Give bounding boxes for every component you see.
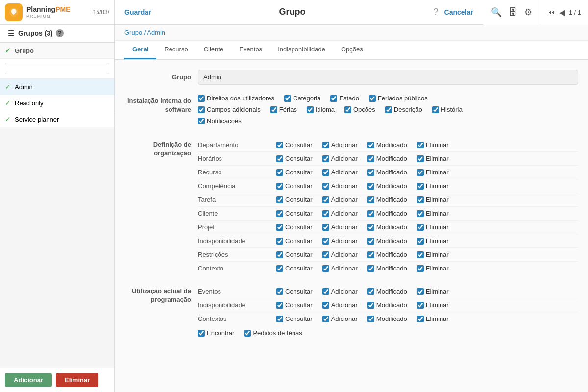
first-page-btn[interactable]: ⏮ <box>545 7 557 18</box>
perm-check-modificado[interactable]: Modificado <box>368 182 407 190</box>
cb-historia[interactable]: História <box>432 106 463 113</box>
cb-direitos[interactable]: Direitos dos utilizadores <box>198 95 274 102</box>
cb-descricao[interactable]: Descrição <box>385 106 422 113</box>
perm-check-adicionar[interactable]: Adicionar <box>322 182 358 190</box>
perm-check-modificado[interactable]: Modificado <box>368 196 407 203</box>
cb-pedidos[interactable]: Pedidos de férias <box>244 329 302 337</box>
perm-check-adicionar[interactable]: Adicionar <box>322 301 358 309</box>
perm-check-eliminar[interactable]: Eliminar <box>417 301 449 309</box>
perm-check-eliminar[interactable]: Eliminar <box>417 251 449 258</box>
perm-check-eliminar[interactable]: Eliminar <box>417 210 449 217</box>
sidebar-item-admin[interactable]: ✓ Admin <box>0 79 114 95</box>
groups-help-icon[interactable]: ? <box>56 29 64 37</box>
cb-feriados[interactable]: Feriados públicos <box>369 95 428 102</box>
perm-check-eliminar[interactable]: Eliminar <box>417 155 449 162</box>
save-button[interactable]: Guardar <box>124 8 151 16</box>
settings-icon-btn[interactable]: ⚙ <box>524 7 532 18</box>
cb-estado[interactable]: Estado <box>330 95 359 102</box>
sidebar-search-input[interactable] <box>5 63 109 74</box>
perm-check-consultar[interactable]: Consultar <box>276 182 313 190</box>
perm-check-eliminar[interactable]: Eliminar <box>417 223 449 231</box>
tab-eventos[interactable]: Eventos <box>231 41 270 59</box>
cb-notificacoes[interactable]: Notificações <box>198 117 242 124</box>
cb-campos[interactable]: Campos adicionais <box>198 106 261 113</box>
perm-check-eliminar[interactable]: Eliminar <box>417 182 449 190</box>
grupo-field-row: Grupo <box>124 70 578 85</box>
tab-recurso[interactable]: Recurso <box>156 41 196 59</box>
perm-check-modificado[interactable]: Modificado <box>368 155 407 162</box>
perm-check-adicionar[interactable]: Adicionar <box>322 210 358 217</box>
dialog-content: Grupo Instalação interna do software Dir… <box>115 60 588 392</box>
perm-check-modificado[interactable]: Modificado <box>368 288 407 295</box>
row-name: Indisponibilidade <box>198 237 276 245</box>
database-icon-btn[interactable]: 🗄 <box>509 7 517 18</box>
cb-idioma[interactable]: Idioma <box>307 106 335 113</box>
tab-cliente[interactable]: Cliente <box>196 41 231 59</box>
perm-check-consultar[interactable]: Consultar <box>276 210 313 217</box>
perm-check-adicionar[interactable]: Adicionar <box>322 141 358 148</box>
perm-check-adicionar[interactable]: Adicionar <box>322 223 358 231</box>
cb-encontrar[interactable]: Encontrar <box>198 329 234 337</box>
perm-check-consultar[interactable]: Consultar <box>276 288 313 295</box>
perm-check-consultar[interactable]: Consultar <box>276 169 313 176</box>
perm-check-eliminar[interactable]: Eliminar <box>417 288 449 295</box>
check-icon-serviceplanner: ✓ <box>5 115 11 123</box>
perm-check-modificado[interactable]: Modificado <box>368 237 407 245</box>
perm-check-consultar[interactable]: Consultar <box>276 155 313 162</box>
table-row: DepartamentoConsultarAdicionarModificado… <box>198 138 578 152</box>
cb-ferias[interactable]: Férias <box>270 106 297 113</box>
perm-check-modificado[interactable]: Modificado <box>368 223 407 231</box>
perm-check-eliminar[interactable]: Eliminar <box>417 265 449 272</box>
cb-opcoes[interactable]: Opções <box>344 106 375 113</box>
tab-geral[interactable]: Geral <box>124 41 156 59</box>
perm-check-consultar[interactable]: Consultar <box>276 301 313 309</box>
prev-page-btn[interactable]: ◀ <box>557 7 567 18</box>
tab-opcoes[interactable]: Opções <box>333 41 371 59</box>
perm-check-adicionar[interactable]: Adicionar <box>322 155 358 162</box>
row-name: Recurso <box>198 169 276 176</box>
perm-check-adicionar[interactable]: Adicionar <box>322 288 358 295</box>
perm-check-consultar[interactable]: Consultar <box>276 223 313 231</box>
perm-check-modificado[interactable]: Modificado <box>368 301 407 309</box>
perm-check-modificado[interactable]: Modificado <box>368 169 407 176</box>
sidebar-header: PlanningPME PREMIUM 15/03/ <box>0 0 114 24</box>
perm-check-modificado[interactable]: Modificado <box>368 210 407 217</box>
perm-check-modificado[interactable]: Modificado <box>368 265 407 272</box>
perm-check-adicionar[interactable]: Adicionar <box>322 169 358 176</box>
delete-button[interactable]: Eliminar <box>56 373 98 387</box>
cb-categoria[interactable]: Categoria <box>284 95 320 102</box>
perm-check-eliminar[interactable]: Eliminar <box>417 237 449 245</box>
perm-check-eliminar[interactable]: Eliminar <box>417 196 449 203</box>
sidebar-date: 15/03/ <box>93 9 109 16</box>
sidebar-item-readonly[interactable]: ✓ Read only <box>0 95 114 111</box>
cancel-button[interactable]: Cancelar <box>444 8 473 16</box>
hamburger-icon[interactable]: ☰ <box>8 29 14 37</box>
perm-check-consultar[interactable]: Consultar <box>276 141 313 148</box>
sidebar-item-serviceplanner[interactable]: ✓ Service planner <box>0 111 114 127</box>
perm-check-eliminar[interactable]: Eliminar <box>417 169 449 176</box>
add-button[interactable]: Adicionar <box>5 373 52 387</box>
perm-check-adicionar[interactable]: Adicionar <box>322 315 358 322</box>
perm-check-consultar[interactable]: Consultar <box>276 196 313 203</box>
perm-check-adicionar[interactable]: Adicionar <box>322 251 358 258</box>
help-icon[interactable]: ? <box>434 7 439 17</box>
perm-check-eliminar[interactable]: Eliminar <box>417 315 449 322</box>
perm-check-adicionar[interactable]: Adicionar <box>322 265 358 272</box>
sidebar-item-grupo: ✓ Grupo <box>0 43 114 59</box>
grupo-input[interactable] <box>198 70 578 85</box>
perm-check-consultar[interactable]: Consultar <box>276 315 313 322</box>
perm-check-modificado[interactable]: Modificado <box>368 141 407 148</box>
perm-check-modificado[interactable]: Modificado <box>368 315 407 322</box>
perm-check-consultar[interactable]: Consultar <box>276 251 313 258</box>
search-icon-btn[interactable]: 🔍 <box>491 7 502 18</box>
row-name: Competência <box>198 182 276 190</box>
perm-check-adicionar[interactable]: Adicionar <box>322 196 358 203</box>
tab-indisponibilidade[interactable]: Indisponibilidade <box>270 41 333 59</box>
sidebar-serviceplanner-label: Service planner <box>15 116 59 123</box>
perm-check-eliminar[interactable]: Eliminar <box>417 141 449 148</box>
perm-check-consultar[interactable]: Consultar <box>276 265 313 272</box>
utilizacao-section: Utilização actual da programação Eventos… <box>124 285 578 341</box>
perm-check-consultar[interactable]: Consultar <box>276 237 313 245</box>
perm-check-adicionar[interactable]: Adicionar <box>322 237 358 245</box>
perm-check-modificado[interactable]: Modificado <box>368 251 407 258</box>
